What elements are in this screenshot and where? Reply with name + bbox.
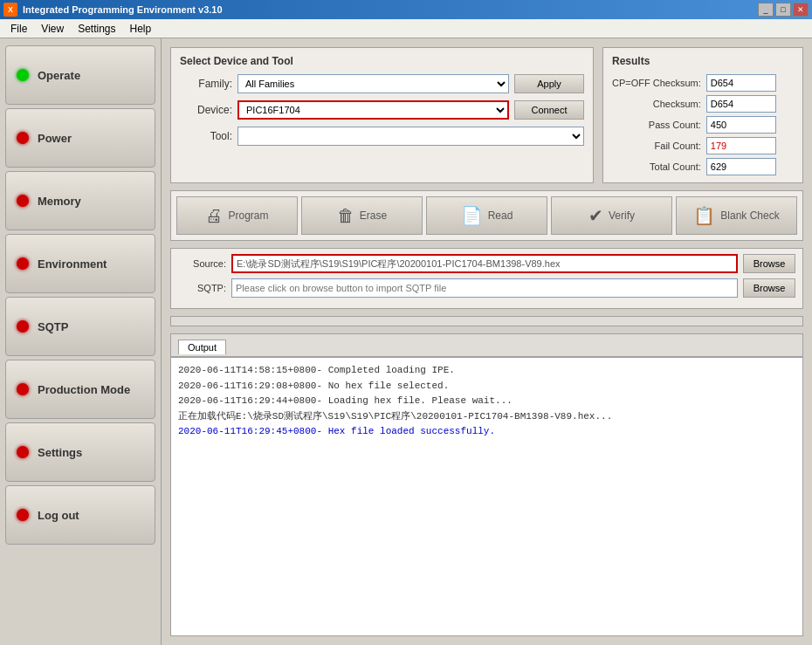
minimize-button[interactable]: _ [758,3,774,17]
menu-file[interactable]: File [3,21,34,37]
blank-check-label: Blank Check [720,209,779,222]
sqtp-input[interactable] [231,278,738,298]
main-layout: Operate Power Memory Environment SQTP Pr… [0,38,812,645]
output-line-4: 2020-06-11T16:29:44+0800- Loading hex fi… [178,394,795,409]
program-icon: 🖨 [205,206,223,226]
results-grid: CP=OFF Checksum: Checksum: Pass Count: F… [612,74,794,175]
menu-help[interactable]: Help [123,21,159,37]
device-select[interactable]: PIC16F1704 [237,100,509,120]
settings-status-dot [17,446,29,458]
progress-bar [170,316,803,326]
device-label: Device: [180,104,232,116]
connect-button[interactable]: Connect [514,100,584,120]
output-tab[interactable]: Output [178,340,226,354]
menu-settings[interactable]: Settings [71,21,122,37]
device-row: Device: PIC16F1704 Connect [180,100,584,120]
sidebar-item-settings[interactable]: Settings [5,422,155,482]
pass-count-label: Pass Count: [612,120,701,130]
sidebar-item-operate[interactable]: Operate [5,45,155,105]
sqtp-row: SQTP: Browse [178,278,795,298]
sidebar-item-label-environment: Environment [38,257,107,271]
sidebar-item-label-memory: Memory [38,195,81,208]
apply-button[interactable]: Apply [514,74,584,93]
output-line-0: 2020-06-11T14:58:15+0800- Completed load… [178,363,795,379]
cp-off-checksum-label: CP=OFF Checksum: [612,78,701,88]
source-input[interactable] [231,254,738,273]
environment-status-dot [17,257,29,270]
output-line-2: 2020-06-11T16:29:08+0800- No hex file se… [178,379,795,395]
sidebar-item-label-power: Power [38,132,72,145]
erase-button[interactable]: 🗑 Erase [301,196,423,235]
checksum-label: Checksum: [612,99,701,109]
menu-bar: File View Settings Help [0,19,812,38]
read-label: Read [488,209,513,222]
sidebar-item-label-settings: Settings [38,446,82,459]
action-buttons-row: 🖨 Program 🗑 Erase 📄 Read ✔ Verify 📋 Blan… [170,190,803,241]
program-button[interactable]: 🖨 Program [176,196,298,235]
sqtp-browse-button[interactable]: Browse [743,278,795,298]
source-label: Source: [178,258,226,269]
read-icon: 📄 [461,205,483,226]
blank-check-icon: 📋 [693,205,715,226]
verify-icon: ✔ [588,205,603,226]
source-browse-button[interactable]: Browse [743,254,795,273]
family-select[interactable]: All Families [237,74,509,93]
pass-count-value[interactable] [706,116,776,134]
output-line-5: 正在加载代码E:\烧录SD测试程序\S19\S19\PIC程序\20200101… [178,409,795,425]
family-row: Family: All Families Apply [180,74,584,93]
results-panel: Results CP=OFF Checksum: Checksum: Pass … [602,47,803,183]
sidebar: Operate Power Memory Environment SQTP Pr… [0,38,162,645]
checksum-value[interactable] [706,95,776,113]
results-title: Results [612,55,794,67]
window-controls: _ □ ✕ [758,3,809,17]
sidebar-item-power[interactable]: Power [5,108,155,168]
sidebar-item-memory[interactable]: Memory [5,171,155,230]
sidebar-item-production-mode[interactable]: Production Mode [5,360,155,419]
menu-view[interactable]: View [34,21,71,37]
top-section: Select Device and Tool Family: All Famil… [170,47,803,183]
sqtp-status-dot [17,320,29,333]
output-line-6: 2020-06-11T16:29:45+0800- Hex file loade… [178,424,795,440]
sidebar-item-sqtp[interactable]: SQTP [5,297,155,356]
program-label: Program [228,209,268,222]
read-button[interactable]: 📄 Read [426,196,547,235]
title-bar: X Integrated Programming Environment v3.… [0,0,812,19]
app-icon: X [3,3,17,17]
tool-select[interactable] [237,127,584,146]
tool-row: Tool: [180,127,584,146]
source-section: Source: Browse SQTP: Browse [170,248,803,309]
power-status-dot [17,132,29,144]
maximize-button[interactable]: □ [775,3,791,17]
logout-status-dot [17,509,29,521]
output-section: Output 2020-06-11T14:58:15+0800- Complet… [170,333,803,636]
device-tool-panel: Select Device and Tool Family: All Famil… [170,47,594,183]
memory-status-dot [17,195,29,207]
verify-button[interactable]: ✔ Verify [551,196,672,235]
total-count-value[interactable] [706,158,776,175]
window-title: Integrated Programming Environment v3.10 [23,4,223,15]
source-row: Source: Browse [178,254,795,273]
output-content: 2020-06-11T14:58:15+0800- Completed load… [171,357,802,635]
device-tool-title: Select Device and Tool [180,55,584,67]
sidebar-item-label-operate: Operate [38,69,80,82]
blank-check-button[interactable]: 📋 Blank Check [676,196,797,235]
sidebar-item-label-sqtp: SQTP [38,320,68,333]
sidebar-item-environment[interactable]: Environment [5,234,155,293]
total-count-label: Total Count: [612,161,701,172]
fail-count-label: Fail Count: [612,141,701,151]
fail-count-value[interactable] [706,137,776,154]
content-area: Select Device and Tool Family: All Famil… [162,38,812,645]
erase-icon: 🗑 [337,206,354,226]
tool-label: Tool: [180,130,232,142]
sidebar-item-logout[interactable]: Log out [5,485,155,545]
operate-status-dot [17,69,29,81]
sidebar-item-label-logout: Log out [38,509,79,522]
sqtp-label: SQTP: [178,283,226,293]
cp-off-checksum-value[interactable] [706,74,776,92]
sidebar-item-label-production-mode: Production Mode [38,383,130,396]
erase-label: Erase [360,209,387,222]
close-button[interactable]: ✕ [793,3,809,17]
production-mode-status-dot [17,383,29,395]
family-label: Family: [180,78,232,90]
verify-label: Verify [609,209,635,222]
